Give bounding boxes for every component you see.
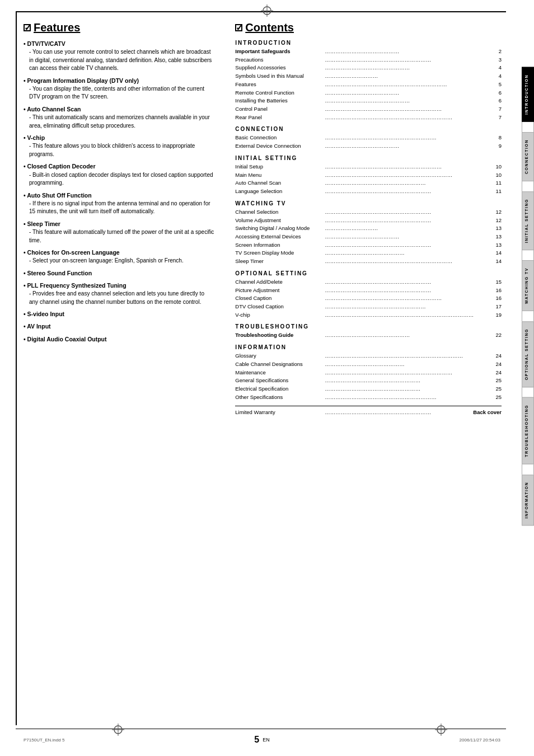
entry-label: Closed Caption	[235, 294, 325, 303]
entry-picture-adjustment: Picture Adjustment …………………………………………………… …	[235, 287, 502, 295]
feature-dtv: • DTV/TV/CATV - You can use your remote …	[24, 40, 214, 73]
section-information: INFORMATION Glossary ……………………………………………………	[235, 344, 502, 401]
entry-page: 10	[495, 171, 502, 180]
feature-digital-audio: • Digital Audio Coaxial Output	[24, 335, 214, 344]
entry-dots: ……………………………………………………	[325, 408, 471, 417]
feature-closed-caption: • Closed Caption Decoder - Built-in clos…	[24, 162, 214, 187]
entry-remote-control: Remote Control Function …………………………………… 6	[235, 89, 502, 97]
entry-page: 24	[495, 360, 502, 369]
entry-page: 6	[499, 89, 502, 97]
entry-closed-caption: Closed Caption ………………………………………………………… 16	[235, 294, 502, 303]
tab-gap-1	[522, 122, 534, 132]
feature-stereo-title: • Stereo Sound Function	[24, 269, 214, 278]
tab-watching-tv[interactable]: WATCHING TV	[522, 260, 534, 311]
entry-label: Basic Connection	[235, 134, 325, 142]
tab-connection[interactable]: CONNECTION	[522, 132, 534, 181]
entry-label: Glossary	[235, 352, 325, 360]
entry-dots: …………………………	[325, 224, 494, 233]
footer-file: P7150UT_EN.indd 5	[24, 738, 64, 743]
entry-dots: …………………………………………………………	[325, 294, 494, 303]
entry-label: Troubleshooting Guide	[235, 331, 325, 340]
entry-dots: ………………………………………………………	[325, 393, 494, 402]
entry-page: 16	[495, 287, 502, 295]
entry-dots: ……………………………………	[325, 89, 496, 97]
feature-language: • Choices for On-screen Language - Selec…	[24, 248, 214, 265]
entry-label: Language Selection	[235, 187, 325, 196]
tab-troubleshooting[interactable]: TROUBLESHOOTING	[522, 397, 534, 464]
tab-gap-3	[522, 250, 534, 260]
feature-auto-scan-title: • Auto Channel Scan	[24, 105, 214, 114]
tab-gap-5	[522, 387, 534, 397]
entry-accessing-external: Accessing External Devices ……………………………………	[235, 233, 502, 241]
feature-svideo-title: • S-video Input	[24, 310, 214, 318]
entry-dots: …………………………………………	[325, 331, 494, 340]
feature-program-title: • Program Information Display (DTV only)	[24, 77, 214, 85]
feature-cc-title: • Closed Caption Decoder	[24, 162, 214, 171]
entry-dots: ……………………………………………………	[325, 278, 494, 287]
entry-label: Installing the Batteries	[235, 97, 325, 105]
entry-page: 19	[495, 311, 502, 320]
entry-dots: ……………………………………………………………	[325, 81, 496, 89]
entry-label: Accessing External Devices	[235, 233, 325, 241]
page-lang: EN	[263, 737, 270, 743]
entry-label: Maintenance	[235, 369, 325, 377]
entry-other-specs: Other Specifications ……………………………………………………	[235, 393, 502, 402]
feature-av-title: • AV Input	[24, 322, 214, 331]
warranty-section: Limited Warranty …………………………………………………… Ba…	[235, 406, 502, 417]
entry-vchip-optional: V-chip ………………………………………………………………………… 19	[235, 311, 502, 320]
entry-label: Other Specifications	[235, 393, 325, 402]
section-watching-tv: WATCHING TV Channel Selection ……………………………	[235, 200, 502, 266]
entry-dots: …………………………………………………………	[325, 105, 496, 114]
tab-optional-setting[interactable]: OPTIONAL SETTING	[522, 321, 534, 387]
feature-sleep-title: • Sleep Timer	[24, 220, 214, 228]
entry-general-specs: General Specifications ………………………………………………	[235, 377, 502, 385]
entry-label: Volume Adjustment	[235, 217, 325, 225]
entry-basic-connection: Basic Connection ……………………………………………………… 8	[235, 134, 502, 142]
feature-stereo: • Stereo Sound Function	[24, 269, 214, 278]
entry-supplied-accessories: Supplied Accessories ………………………………………… 4	[235, 64, 502, 72]
entry-channel-add-delete: Channel Add/Delete …………………………………………………… …	[235, 278, 502, 287]
entry-initial-setup: Initial Setup ………………………………………………………… 10	[235, 163, 502, 171]
entry-page: Back cover	[473, 408, 502, 417]
feature-auto-scan-desc: - This unit automatically scans and memo…	[24, 114, 214, 130]
entry-label: TV Screen Display Mode	[235, 249, 325, 257]
entry-dots: ……………………………………………………	[325, 56, 496, 64]
entry-label: Screen Information	[235, 241, 325, 250]
tab-information[interactable]: INFORMATION	[522, 475, 534, 525]
tab-gap-6	[522, 464, 534, 475]
entry-control-panel: Control Panel ………………………………………………………… 7	[235, 105, 502, 114]
section-watch-title: WATCHING TV	[235, 200, 502, 206]
entry-dots: ………………………………………………………	[325, 134, 496, 142]
section-trouble-title: TROUBLESHOOTING	[235, 323, 502, 330]
feature-lang-title: • Choices for On-screen Language	[24, 248, 214, 257]
tab-initial-setting[interactable]: INITIAL SETTING	[522, 191, 534, 250]
entry-page: 16	[495, 294, 502, 303]
tab-introduction[interactable]: INTRODUCTION	[522, 67, 534, 122]
entry-label: Symbols Used in this Manual	[235, 72, 325, 81]
entry-page: 13	[495, 224, 502, 233]
features-list: • DTV/TV/CATV - You can use your remote …	[24, 40, 214, 344]
entry-dots: …………………………………………	[325, 64, 496, 72]
entry-page: 12	[495, 217, 502, 225]
feature-cc-desc: - Built-in closed caption decoder displa…	[24, 171, 214, 187]
entry-page: 10	[495, 163, 502, 171]
entry-page: 8	[499, 134, 502, 142]
entry-cable-channel: Cable Channel Designations ……………………………………	[235, 360, 502, 369]
entry-page: 25	[495, 385, 502, 393]
entry-page: 14	[495, 257, 502, 266]
entry-dots: ​​​​​​​​​​​​​​​​​​​​​​​​​​​​​​​​​​​​​​​​…	[325, 48, 496, 56]
page-number: 5	[254, 735, 259, 745]
entry-label: Auto Channel Scan	[235, 179, 325, 187]
entry-label: Important Safeguards	[235, 48, 325, 56]
entry-dtv-closed-caption: DTV Closed Caption ………………………………………………… 1…	[235, 303, 502, 311]
page-footer: P7150UT_EN.indd 5 5 EN 2006/11/27 20:54:…	[24, 735, 500, 745]
checkmark-features: ✓	[24, 22, 31, 33]
entry-page: 3	[499, 56, 502, 64]
entry-label: Initial Setup	[235, 163, 325, 171]
checkmark-contents: ✓	[236, 22, 243, 33]
contents-sections: INTRODUCTION Important Safeguards ​​​​​​…	[235, 40, 502, 417]
feature-pll: • PLL Frequency Synthesized Tuning - Pro…	[24, 281, 214, 306]
entry-screen-information: Screen Information …………………………………………………… …	[235, 241, 502, 250]
entry-page: 4	[499, 64, 502, 72]
contents-column: ✓ Contents INTRODUCTION Important Safegu…	[235, 17, 502, 720]
